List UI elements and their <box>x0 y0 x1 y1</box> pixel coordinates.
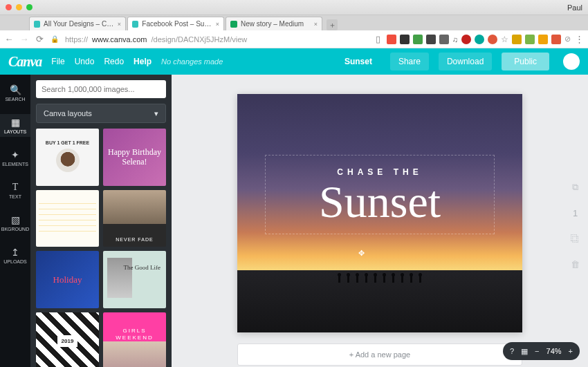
rail-text[interactable]: TTEXT <box>0 179 30 202</box>
rail-search[interactable]: 🔍SEARCH <box>0 82 30 104</box>
thumb-text: 2019 <box>57 335 78 348</box>
chevron-down-icon: ▾ <box>154 109 158 118</box>
thumb-text: BUY 1 GET 1 FREE <box>46 140 89 145</box>
no-ads-icon[interactable]: ⊘ <box>564 35 571 44</box>
canva-logo[interactable]: Canva <box>8 54 42 70</box>
close-tab-icon[interactable]: × <box>118 21 121 28</box>
favicon-icon <box>132 21 138 28</box>
zoom-out-button[interactable]: − <box>535 347 539 355</box>
music-note-icon[interactable]: ♫ <box>452 35 458 44</box>
design-subtitle[interactable]: CHASE THE <box>337 167 422 177</box>
help-icon[interactable]: ? <box>510 347 514 355</box>
cast-icon[interactable]: ▯ <box>374 34 383 44</box>
layout-thumb[interactable]: 2019 <box>36 312 99 367</box>
search-input[interactable] <box>36 80 166 98</box>
text-icon: T <box>0 182 30 193</box>
browser-tabstrip: All Your Designs – Canva × Facebook Post… <box>0 15 588 30</box>
layout-thumb[interactable]: GIRLS WEEKEND <box>103 312 166 367</box>
grid-view-icon[interactable]: ▦ <box>521 347 528 356</box>
bookmark-star-icon[interactable]: ☆ <box>501 35 508 44</box>
page-tools: ⧉ 1 ⿻ 🗑 <box>571 182 580 270</box>
save-status: No changes made <box>161 57 223 66</box>
layout-thumb[interactable]: Holiday <box>36 251 99 308</box>
maximize-window-icon[interactable] <box>26 4 33 10</box>
browser-tab[interactable]: All Your Designs – Canva × <box>29 17 126 30</box>
close-tab-icon[interactable]: × <box>314 21 318 28</box>
favicon-icon <box>34 21 40 28</box>
extension-icon[interactable] <box>538 35 548 44</box>
extension-icon[interactable] <box>525 35 535 44</box>
window-controls[interactable] <box>6 4 33 10</box>
background-icon: ▧ <box>0 214 30 225</box>
menu-help[interactable]: Help <box>134 57 151 66</box>
side-panel: Canva layouts ▾ BUY 1 GET 1 FREE Happy B… <box>30 75 172 367</box>
user-avatar[interactable] <box>563 53 580 70</box>
document-name[interactable]: Sunset <box>336 53 380 70</box>
extension-icon[interactable] <box>551 35 561 44</box>
minimize-window-icon[interactable] <box>16 4 22 10</box>
canva-topbar: Canva File Undo Redo Help No changes mad… <box>0 48 588 75</box>
move-cursor-icon: ✥ <box>358 249 365 258</box>
browser-tab[interactable]: Facebook Post – Sunset × <box>127 17 224 30</box>
dropdown-label: Canva layouts <box>44 109 92 117</box>
thumb-text: Holiday <box>53 274 82 285</box>
zoom-control[interactable]: ? ▦ − 74% + <box>503 342 580 360</box>
share-button[interactable]: Share <box>390 53 429 70</box>
text-frame[interactable]: CHASE THE Sunset ✥ <box>265 155 495 234</box>
thumb-text: NEVER FADE <box>103 237 166 243</box>
layouts-dropdown[interactable]: Canva layouts ▾ <box>36 104 166 123</box>
forward-icon[interactable]: → <box>19 34 29 44</box>
left-rail: 🔍SEARCH ▦LAYOUTS ✦ELEMENTS TTEXT ▧BKGROU… <box>0 75 30 367</box>
close-tab-icon[interactable]: × <box>216 21 219 28</box>
uploads-icon: ↥ <box>0 247 30 258</box>
design-title[interactable]: Sunset <box>319 182 441 221</box>
extension-icon[interactable] <box>426 35 436 44</box>
close-window-icon[interactable] <box>6 4 12 10</box>
add-page-label: + Add a new page <box>349 350 410 359</box>
layout-thumb[interactable]: The Good Life <box>103 251 166 308</box>
extension-icon[interactable] <box>439 35 449 44</box>
copy-page-icon[interactable]: ⧉ <box>572 182 578 193</box>
rail-label: UPLOADS <box>3 259 26 264</box>
layout-thumb[interactable]: Happy Birthday Selena! <box>103 129 166 186</box>
layout-thumb[interactable]: NEVER FADE <box>103 190 166 247</box>
extension-icon[interactable] <box>512 35 522 44</box>
zoom-in-button[interactable]: + <box>569 347 573 355</box>
canvas-area[interactable]: CHASE THE Sunset ✥ + Add a new page ⧉ 1 … <box>172 75 588 367</box>
rail-label: BKGROUND <box>1 227 29 232</box>
address-bar[interactable]: https://www.canva.com/design/DACNXj5JHzM… <box>65 35 368 44</box>
reload-icon[interactable]: ⟳ <box>35 34 44 44</box>
rail-layouts[interactable]: ▦LAYOUTS <box>0 114 30 137</box>
layout-thumb[interactable] <box>36 190 99 247</box>
add-page-button[interactable]: + Add a new page <box>237 344 522 366</box>
rail-elements[interactable]: ✦ELEMENTS <box>0 147 30 169</box>
extension-icon[interactable] <box>387 35 396 44</box>
duplicate-page-icon[interactable]: ⿻ <box>571 234 580 244</box>
extension-icon[interactable] <box>475 35 484 44</box>
extension-icon[interactable] <box>400 35 410 44</box>
chrome-menu-icon[interactable]: ⋮ <box>574 34 584 44</box>
rail-label: TEXT <box>9 194 21 199</box>
browser-tab[interactable]: New story – Medium × <box>226 17 322 30</box>
secure-icon: 🔒 <box>50 35 59 43</box>
rail-label: LAYOUTS <box>4 129 26 134</box>
url-protocol: https:// <box>65 35 88 44</box>
rail-background[interactable]: ▧BKGROUND <box>0 211 30 234</box>
layouts-icon: ▦ <box>0 117 30 128</box>
design-page[interactable]: CHASE THE Sunset ✥ <box>237 94 522 332</box>
menu-file[interactable]: File <box>51 57 64 66</box>
menu-undo[interactable]: Undo <box>75 57 95 66</box>
thumb-text: Happy Birthday Selena! <box>106 147 163 167</box>
extension-icon[interactable] <box>413 35 423 44</box>
rail-uploads[interactable]: ↥UPLOADS <box>0 244 30 267</box>
layout-thumb[interactable]: BUY 1 GET 1 FREE <box>36 129 99 186</box>
back-icon[interactable]: ← <box>4 34 14 44</box>
thumb-text: The Good Life <box>124 265 160 272</box>
new-tab-button[interactable]: ＋ <box>327 19 338 30</box>
delete-page-icon[interactable]: 🗑 <box>571 259 580 270</box>
menu-redo[interactable]: Redo <box>104 57 124 66</box>
extension-icon[interactable] <box>488 35 497 44</box>
extension-icon[interactable] <box>461 35 471 44</box>
download-button[interactable]: Download <box>439 53 492 70</box>
public-button[interactable]: Public <box>502 53 549 70</box>
